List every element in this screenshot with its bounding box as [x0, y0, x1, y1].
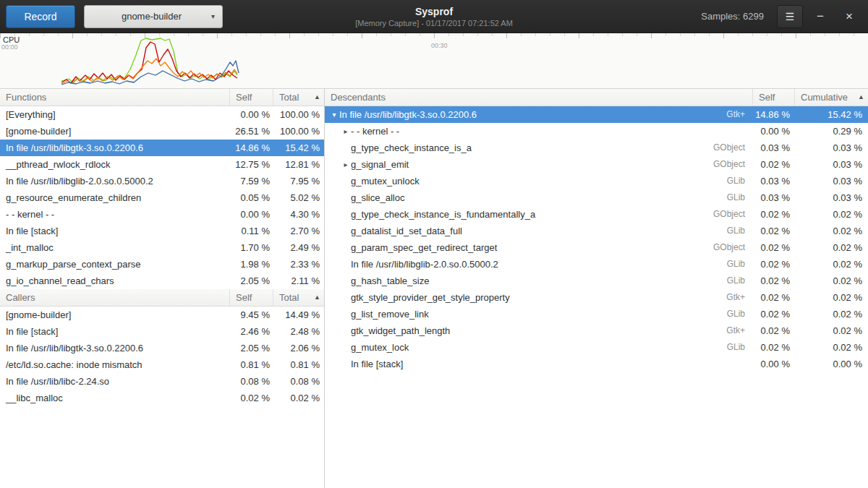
expander-icon[interactable] [341, 256, 351, 273]
table-row[interactable]: In file [stack] 2.46 % 2.48 % [0, 323, 324, 340]
table-row[interactable]: [Everything] 0.00 % 100.00 % [0, 106, 324, 123]
cumulative-percent: 0.03 % [794, 173, 868, 189]
expander-icon[interactable] [341, 189, 351, 206]
library-badge: GLib [727, 273, 752, 289]
self-percent: 1.98 % [229, 256, 273, 273]
library-badge [745, 123, 752, 140]
function-name: g_type_check_instance_is_a [351, 140, 713, 156]
table-row[interactable]: gtk_widget_path_length Gtk+ 0.02 % 0.02 … [325, 322, 868, 339]
library-badge: GLib [727, 306, 752, 322]
function-name: [gnome-builder] [0, 307, 229, 323]
library-badge: GObject [713, 140, 752, 156]
column-header-callers[interactable]: Callers [0, 289, 229, 306]
table-row[interactable]: g_mutex_lock GLib 0.02 % 0.02 % [325, 339, 868, 356]
table-row[interactable]: In file [stack] 0.00 % 0.00 % [325, 356, 868, 372]
self-percent: 0.03 % [752, 140, 794, 156]
expander-icon[interactable] [341, 206, 351, 223]
expander-icon[interactable] [341, 289, 351, 306]
column-header-functions[interactable]: Functions [0, 89, 229, 106]
expander-icon[interactable] [341, 140, 351, 156]
table-row[interactable]: __pthread_rwlock_rdlock 12.75 % 12.81 % [0, 156, 324, 173]
library-badge: GLib [727, 189, 752, 206]
table-row[interactable]: ▾ In file /usr/lib/libgtk-3.so.0.2200.6 … [325, 106, 868, 123]
table-row[interactable]: In file /usr/lib/libc-2.24.so 0.08 % 0.0… [0, 373, 324, 390]
close-button[interactable]: × [838, 5, 861, 28]
expander-icon[interactable]: ▾ [329, 106, 339, 123]
table-row[interactable]: g_type_check_instance_is_a GObject 0.03 … [325, 140, 868, 156]
self-percent: 0.03 % [752, 189, 794, 206]
column-header-descendants[interactable]: Descendants [325, 89, 752, 106]
cumulative-percent: 0.02 % [794, 273, 868, 289]
table-row[interactable]: g_list_remove_link GLib 0.02 % 0.02 % [325, 306, 868, 322]
column-header-total[interactable]: Total ▲ [273, 89, 324, 106]
table-row[interactable]: _int_malloc 1.70 % 2.49 % [0, 239, 324, 256]
table-row[interactable]: g_mutex_unlock GLib 0.03 % 0.03 % [325, 173, 868, 189]
column-header-self[interactable]: Self [752, 89, 794, 106]
expander-icon[interactable]: ▸ [341, 123, 351, 140]
table-row[interactable]: In file /usr/lib/libglib-2.0.so.0.5000.2… [0, 173, 324, 189]
table-row[interactable]: /etc/ld.so.cache: inode mismatch 0.81 % … [0, 356, 324, 373]
table-row[interactable]: g_slice_alloc GLib 0.03 % 0.03 % [325, 189, 868, 206]
expander-icon[interactable] [341, 173, 351, 189]
chevron-down-icon: ▾ [211, 12, 215, 20]
table-row[interactable]: In file [stack] 0.11 % 2.70 % [0, 223, 324, 239]
table-row[interactable]: [gnome-builder] 9.45 % 14.49 % [0, 307, 324, 323]
record-button[interactable]: Record [6, 5, 75, 28]
table-row[interactable]: g_hash_table_size GLib 0.02 % 0.02 % [325, 273, 868, 289]
function-name: __libc_malloc [0, 390, 229, 406]
total-percent: 7.95 % [273, 173, 324, 189]
expander-icon[interactable] [341, 306, 351, 322]
expander-icon[interactable] [341, 322, 351, 339]
column-header-total[interactable]: Total ▲ [273, 289, 324, 306]
expander-icon[interactable] [341, 339, 351, 356]
table-row[interactable]: g_resource_enumerate_children 0.05 % 5.0… [0, 189, 324, 206]
table-row[interactable]: In file /usr/lib/libglib-2.0.so.0.5000.2… [325, 256, 868, 273]
table-row[interactable]: - - kernel - - 0.00 % 4.30 % [0, 206, 324, 223]
function-name: [Everything] [0, 106, 229, 123]
table-row[interactable]: In file /usr/lib/libgtk-3.so.0.2200.6 2.… [0, 340, 324, 356]
cpu-graph[interactable]: CPU 00:00 00:30 [0, 33, 868, 89]
self-percent: 0.02 % [752, 256, 794, 273]
table-row[interactable]: gtk_style_provider_get_style_property Gt… [325, 289, 868, 306]
minimize-button[interactable]: − [809, 5, 832, 28]
cumulative-percent: 0.02 % [794, 206, 868, 223]
table-row[interactable]: ▸ g_signal_emit GObject 0.02 % 0.03 % [325, 156, 868, 173]
table-row[interactable]: [gnome-builder] 26.51 % 100.00 % [0, 123, 324, 140]
function-name: g_signal_emit [351, 156, 713, 173]
column-header-self[interactable]: Self [229, 289, 273, 306]
expander-icon[interactable] [341, 356, 351, 372]
table-row[interactable]: g_markup_parse_context_parse 1.98 % 2.33… [0, 256, 324, 273]
table-row[interactable]: g_type_check_instance_is_fundamentally_a… [325, 206, 868, 223]
column-header-self[interactable]: Self [229, 89, 273, 106]
library-badge: Gtk+ [726, 289, 752, 306]
table-row[interactable]: __libc_malloc 0.02 % 0.02 % [0, 390, 324, 406]
total-percent: 0.81 % [273, 356, 324, 373]
column-header-cumulative[interactable]: Cumulative ▲ [794, 89, 868, 106]
expander-icon[interactable] [341, 239, 351, 256]
process-selector-dropdown[interactable]: gnome-builder ▾ [84, 5, 223, 28]
self-percent: 14.86 % [229, 140, 273, 156]
menu-button[interactable]: ☰ [777, 5, 803, 28]
table-row[interactable]: ▸ - - kernel - - 0.00 % 0.29 % [325, 123, 868, 140]
function-name: g_markup_parse_context_parse [0, 256, 229, 273]
function-name: gtk_style_provider_get_style_property [351, 289, 726, 306]
callers-table-body: [gnome-builder] 9.45 % 14.49 % In file [… [0, 307, 324, 406]
self-percent: 14.86 % [752, 106, 794, 123]
self-percent: 0.81 % [229, 356, 273, 373]
expander-icon[interactable]: ▸ [341, 156, 351, 173]
header-right: Samples: 6299 ☰ − × [701, 5, 861, 28]
library-badge: GObject [713, 156, 752, 173]
function-name: g_type_check_instance_is_fundamentally_a [351, 206, 713, 223]
table-row[interactable]: g_io_channel_read_chars 2.05 % 2.11 % [0, 273, 324, 289]
function-name: In file /usr/lib/libglib-2.0.so.0.5000.2 [351, 256, 727, 273]
self-percent: 2.05 % [229, 273, 273, 289]
cumulative-percent: 0.02 % [794, 306, 868, 322]
table-row[interactable]: g_param_spec_get_redirect_target GObject… [325, 239, 868, 256]
self-percent: 26.51 % [229, 123, 273, 140]
sort-indicator-icon: ▲ [314, 89, 320, 106]
expander-icon[interactable] [341, 223, 351, 239]
table-row[interactable]: In file /usr/lib/libgtk-3.so.0.2200.6 14… [0, 140, 324, 156]
table-row[interactable]: g_datalist_id_set_data_full GLib 0.02 % … [325, 223, 868, 239]
library-badge [745, 356, 752, 372]
expander-icon[interactable] [341, 273, 351, 289]
